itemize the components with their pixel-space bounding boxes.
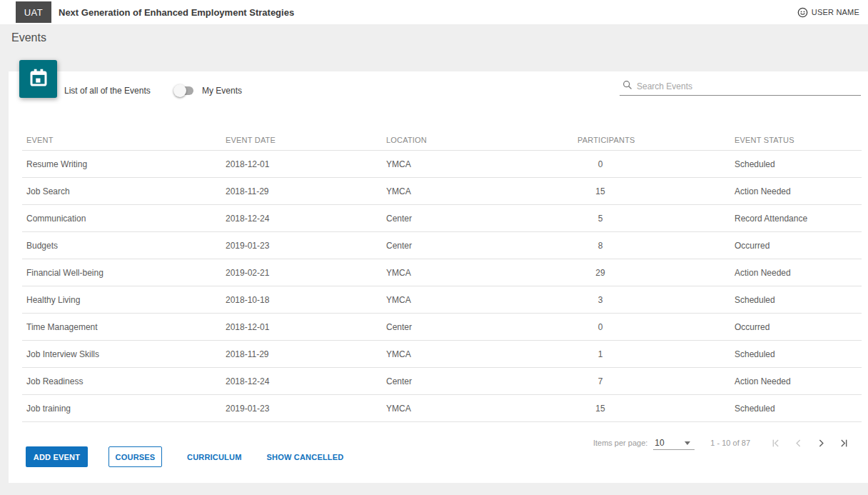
cell-event: Budgets xyxy=(22,241,221,251)
column-header-location: LOCATION xyxy=(382,136,573,144)
table-header-row: EVENT EVENT DATE LOCATION PARTICIPANTS E… xyxy=(22,130,862,151)
pagination: Items per page: 10 1 - 10 of 87 xyxy=(593,432,849,454)
cell-participants: 29 xyxy=(573,268,730,278)
cell-location: Center xyxy=(382,241,573,251)
add-event-button[interactable]: ADD EVENT xyxy=(26,446,88,467)
cell-location: YMCA xyxy=(382,349,573,359)
cell-participants: 15 xyxy=(573,186,730,196)
cell-participants: 5 xyxy=(573,214,730,224)
search-box xyxy=(620,77,861,96)
calendar-tile xyxy=(19,60,57,98)
cell-location: YMCA xyxy=(382,404,573,414)
top-bar: UAT Next Generation of Enhanced Employme… xyxy=(0,0,868,24)
cell-location: YMCA xyxy=(382,268,573,278)
table-row[interactable]: Budgets 2019-01-23 Center 8 Occurred xyxy=(22,232,862,259)
cell-event-date: 2019-01-23 xyxy=(221,241,382,251)
search-input[interactable] xyxy=(637,81,861,91)
cell-event: Job Readiness xyxy=(22,376,221,386)
cell-event-status: Scheduled xyxy=(730,349,862,359)
table-row[interactable]: Job Search 2018-11-29 YMCA 15 Action Nee… xyxy=(22,178,862,205)
cell-event-status: Action Needed xyxy=(730,268,862,278)
cell-event-date: 2018-12-01 xyxy=(221,159,382,169)
page-size-select[interactable]: 10 xyxy=(653,436,695,450)
cell-location: YMCA xyxy=(382,159,573,169)
cell-event: Time Management xyxy=(22,322,221,332)
column-header-event: EVENT xyxy=(22,136,221,144)
events-table: EVENT EVENT DATE LOCATION PARTICIPANTS E… xyxy=(22,130,862,422)
events-card: List of all of the Events My Events EVEN… xyxy=(9,71,868,483)
table-row[interactable]: Job Readiness 2018-12-24 Center 7 Action… xyxy=(22,368,862,395)
table-row[interactable]: Job Interview Skills 2018-11-29 YMCA 1 S… xyxy=(22,341,862,368)
cell-event-date: 2018-10-18 xyxy=(221,295,382,305)
next-page-button[interactable] xyxy=(816,438,827,449)
chevron-down-icon xyxy=(685,441,690,445)
table-row[interactable]: Healthy Living 2018-10-18 YMCA 3 Schedul… xyxy=(22,286,862,314)
cell-event-status: Scheduled xyxy=(730,295,862,305)
toggle-knob xyxy=(173,84,186,97)
pager-controls xyxy=(770,438,849,449)
user-name-label: USER NAME xyxy=(812,8,859,16)
table-row[interactable]: Financial Well-being 2019-02-21 YMCA 29 … xyxy=(22,259,862,286)
cell-participants: 7 xyxy=(573,376,730,386)
cell-event-status: Scheduled xyxy=(730,404,862,414)
show-cancelled-button[interactable]: SHOW CANCELLED xyxy=(267,453,344,461)
cell-event-date: 2018-12-24 xyxy=(221,376,382,386)
environment-badge: UAT xyxy=(16,1,51,23)
cell-event-status: Occurred xyxy=(730,241,862,251)
cell-event: Communication xyxy=(22,214,221,224)
table-row[interactable]: Communication 2018-12-24 Center 5 Record… xyxy=(22,205,862,232)
table-row[interactable]: Job training 2019-01-23 YMCA 15 Schedule… xyxy=(22,395,862,422)
cell-event: Job Interview Skills xyxy=(22,349,221,359)
cell-event-date: 2018-12-24 xyxy=(221,214,382,224)
cell-participants: 0 xyxy=(573,159,730,169)
courses-button[interactable]: COURSES xyxy=(108,446,162,467)
my-events-toggle[interactable] xyxy=(173,82,195,98)
cell-event-status: Scheduled xyxy=(730,159,862,169)
page-size-value: 10 xyxy=(653,438,664,448)
table-row[interactable]: Resume Writing 2018-12-01 YMCA 0 Schedul… xyxy=(22,151,862,178)
curriculum-button[interactable]: CURRICULUM xyxy=(187,453,242,461)
cell-event-date: 2018-11-29 xyxy=(221,186,382,196)
column-header-event-date: EVENT DATE xyxy=(221,136,382,144)
cell-location: Center xyxy=(382,322,573,332)
cell-location: YMCA xyxy=(382,186,573,196)
cell-participants: 8 xyxy=(573,241,730,251)
cell-event: Job Search xyxy=(22,186,221,196)
cell-participants: 15 xyxy=(573,404,730,414)
cell-event-date: 2019-01-23 xyxy=(221,404,382,414)
first-page-button[interactable] xyxy=(770,438,781,449)
calendar-icon xyxy=(28,67,49,91)
cell-event: Job training xyxy=(22,404,221,414)
cell-event: Resume Writing xyxy=(22,159,221,169)
search-icon xyxy=(622,80,632,93)
cell-participants: 3 xyxy=(573,295,730,305)
events-screen: UAT Next Generation of Enhanced Employme… xyxy=(0,0,868,495)
cell-participants: 1 xyxy=(573,349,730,359)
cell-location: Center xyxy=(382,214,573,224)
cell-event-status: Occurred xyxy=(730,322,862,332)
cell-event-status: Record Attendance xyxy=(730,214,862,224)
card-subtitle: List of all of the Events xyxy=(64,86,151,96)
pagination-range: 1 - 10 of 87 xyxy=(710,439,750,447)
cell-participants: 0 xyxy=(573,322,730,332)
column-header-participants: PARTICIPANTS xyxy=(573,136,730,144)
my-events-label: My Events xyxy=(202,86,242,96)
cell-location: YMCA xyxy=(382,295,573,305)
app-title: Next Generation of Enhanced Employment S… xyxy=(59,7,294,18)
cell-event: Financial Well-being xyxy=(22,268,221,278)
column-header-event-status: EVENT STATUS xyxy=(730,136,862,144)
items-per-page-label: Items per page: xyxy=(593,439,647,447)
cell-event-date: 2018-11-29 xyxy=(221,349,382,359)
user-menu[interactable]: USER NAME xyxy=(797,7,859,18)
cell-event-date: 2019-02-21 xyxy=(221,268,382,278)
cell-location: Center xyxy=(382,376,573,386)
table-row[interactable]: Time Management 2018-12-01 Center 0 Occu… xyxy=(22,314,862,341)
cell-event-status: Action Needed xyxy=(730,186,862,196)
cell-event: Healthy Living xyxy=(22,295,221,305)
previous-page-button[interactable] xyxy=(793,438,804,449)
footer-actions: ADD EVENT COURSES CURRICULUM SHOW CANCEL… xyxy=(26,446,343,467)
page-title: Events xyxy=(11,31,46,44)
last-page-button[interactable] xyxy=(839,438,849,449)
user-icon xyxy=(797,7,808,18)
cell-event-date: 2018-12-01 xyxy=(221,322,382,332)
